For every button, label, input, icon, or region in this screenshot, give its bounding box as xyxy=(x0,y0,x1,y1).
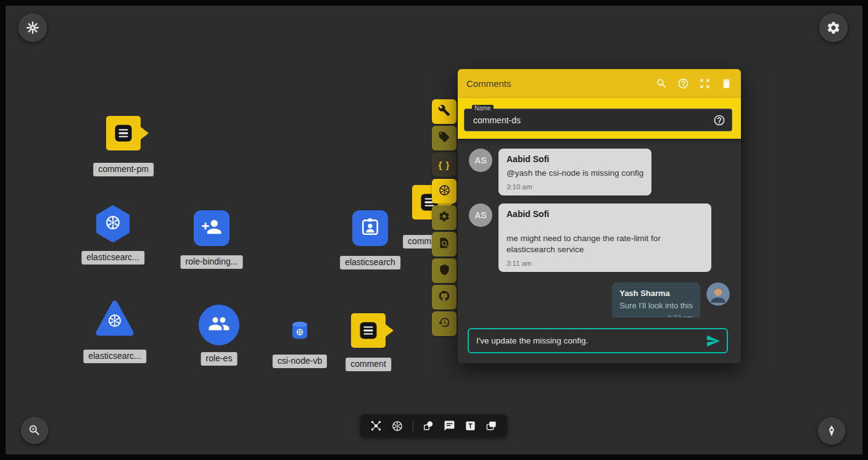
name-field[interactable]: Name xyxy=(464,109,732,131)
history-tool-button[interactable] xyxy=(432,311,457,336)
message-text: Sure I'll look into this xyxy=(619,300,693,311)
node-label: role-binding... xyxy=(181,255,243,269)
people-icon xyxy=(208,313,230,337)
message-bubble: Aabid Sofi me might need to change the r… xyxy=(498,203,711,272)
chat-message-input[interactable] xyxy=(476,336,701,345)
kubernetes-icon xyxy=(104,214,122,234)
history-icon xyxy=(438,316,450,331)
settings-button[interactable] xyxy=(819,14,848,42)
pen-nib-icon xyxy=(825,424,838,438)
tag-tool-button[interactable] xyxy=(432,126,457,150)
braces-tool-button[interactable]: { } xyxy=(432,152,457,177)
gear-icon xyxy=(826,20,841,35)
name-section: Name xyxy=(458,98,741,139)
avatar: AS xyxy=(469,203,492,227)
node-elasticsearch-hexagon[interactable]: elasticsearc... xyxy=(94,205,132,243)
message-row: AS Aabid Sofi me might need to change th… xyxy=(469,203,730,272)
node-label: elasticsearch xyxy=(340,256,400,269)
node-label: elasticsearc... xyxy=(83,350,146,363)
node-label: csi-node-vb xyxy=(273,355,327,368)
name-field-label: Name xyxy=(472,105,494,112)
github-tool-button[interactable] xyxy=(432,285,457,310)
message-author: Aabid Sofi xyxy=(506,154,643,165)
canvas-side-toolbar: { } xyxy=(432,99,457,336)
node-label: role-es xyxy=(201,352,238,366)
node-elasticsearch-triangle[interactable]: elasticsearc... xyxy=(95,298,134,338)
node-comment-pm[interactable]: comment-pm xyxy=(106,116,141,150)
comments-panel-header: Comments xyxy=(458,69,741,98)
kubernetes-icon xyxy=(438,184,451,199)
service-account-shape xyxy=(352,210,388,246)
comment-node-icon xyxy=(106,116,141,150)
person-add-icon xyxy=(201,216,222,240)
comment-tool-icon[interactable] xyxy=(444,420,455,432)
node-role-es[interactable]: role-es xyxy=(199,305,239,345)
text-tool-icon[interactable] xyxy=(465,420,476,432)
dock-divider xyxy=(413,420,413,432)
help-icon[interactable] xyxy=(677,78,689,89)
avatar: AS xyxy=(469,149,492,172)
meshery-logo-icon xyxy=(25,20,40,35)
wrench-icon xyxy=(438,104,450,119)
send-icon[interactable] xyxy=(706,334,721,348)
gear-icon xyxy=(438,210,450,225)
comment-node-icon xyxy=(351,313,386,348)
message-row: Yash Sharma Sure I'll look into this 3:2… xyxy=(469,282,730,318)
gear-tool-button[interactable] xyxy=(432,205,457,230)
node-comment[interactable]: comment xyxy=(351,313,386,348)
pen-tool-button[interactable] xyxy=(818,417,845,445)
kubernetes-icon xyxy=(296,327,304,339)
field-help-icon[interactable] xyxy=(713,114,725,126)
shield-tool-button[interactable] xyxy=(432,258,457,283)
node-label: comment xyxy=(345,358,391,371)
message-row: AS Aabid Sofi @yash the csi-node is miss… xyxy=(469,149,730,195)
panel-title: Comments xyxy=(466,78,646,89)
search-icon[interactable] xyxy=(656,78,668,89)
canvas-dock xyxy=(360,414,507,437)
message-author: Aabid Sofi xyxy=(506,209,703,220)
message-author: Yash Sharma xyxy=(619,288,693,298)
github-icon xyxy=(438,290,450,305)
expand-icon[interactable] xyxy=(699,78,711,89)
trash-icon[interactable] xyxy=(721,78,732,89)
message-time: 3:11 am xyxy=(506,260,703,267)
braces-icon: { } xyxy=(439,160,450,170)
comments-panel: Comments Name AS Aabid Sofi @yash the cs… xyxy=(458,69,741,363)
zoom-in-icon xyxy=(28,424,41,437)
node-csi-node-vb[interactable]: csi-node-vb xyxy=(291,321,309,340)
chat-input-row xyxy=(468,328,728,353)
message-text: me might need to change the rate-limit f… xyxy=(506,233,703,255)
message-text: @yash the csi-node is missing config xyxy=(506,168,643,179)
message-list: AS Aabid Sofi @yash the csi-node is miss… xyxy=(458,139,741,318)
kubernetes-tool-button[interactable] xyxy=(432,179,457,203)
find-in-page-icon xyxy=(438,237,450,252)
media-icon[interactable] xyxy=(486,420,497,432)
app-logo-button[interactable] xyxy=(19,14,47,42)
kubernetes-icon xyxy=(107,313,123,331)
shapes-icon[interactable] xyxy=(423,420,434,432)
find-in-page-tool-button[interactable] xyxy=(432,232,457,257)
node-role-binding[interactable]: role-binding... xyxy=(194,210,229,246)
node-label: elasticsearc... xyxy=(81,251,144,265)
avatar-photo xyxy=(706,282,730,306)
tag-icon xyxy=(438,131,450,146)
shield-icon xyxy=(439,264,450,278)
badge-person-icon xyxy=(360,216,381,240)
kubernetes-icon[interactable] xyxy=(391,420,403,432)
message-bubble: Yash Sharma Sure I'll look into this 3:2… xyxy=(612,282,700,318)
message-bubble: Aabid Sofi @yash the csi-node is missing… xyxy=(498,149,651,195)
name-input[interactable] xyxy=(473,115,713,125)
role-shape xyxy=(199,305,239,345)
wrench-tool-button[interactable] xyxy=(432,99,457,124)
node-label: comment-pm xyxy=(93,163,154,176)
role-binding-shape xyxy=(194,210,229,246)
message-time: 3:22 am xyxy=(619,314,693,318)
workflow-icon[interactable] xyxy=(370,420,382,432)
node-elasticsearch-serviceaccount[interactable]: elasticsearch xyxy=(352,210,388,246)
message-time: 3:10 am xyxy=(506,183,643,191)
zoom-button[interactable] xyxy=(21,417,48,444)
